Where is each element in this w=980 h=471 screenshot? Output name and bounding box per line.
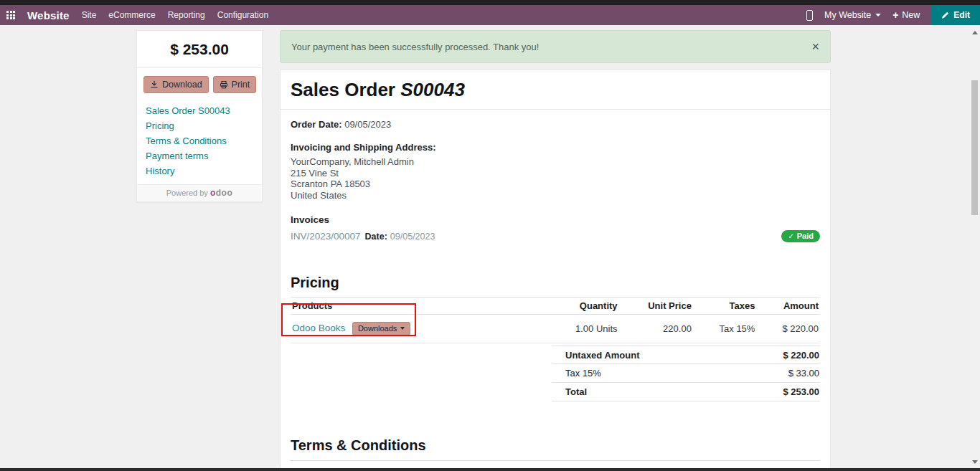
address-line: United States xyxy=(291,190,820,201)
alert-message: Your payment has been successfully proce… xyxy=(291,42,811,52)
sidebar-link-pricing[interactable]: Pricing xyxy=(146,118,262,133)
invoices-heading: Invoices xyxy=(291,214,820,225)
total-row: Total $ 253.00 xyxy=(552,383,820,401)
edit-button[interactable]: Edit xyxy=(931,5,980,25)
tax-value: $ 33.00 xyxy=(788,368,819,379)
col-quantity: Quantity xyxy=(534,298,618,315)
untaxed-amount-value: $ 220.00 xyxy=(783,350,819,361)
website-switcher-label: My Website xyxy=(824,10,871,20)
website-switcher[interactable]: My Website xyxy=(824,10,881,20)
totals-block: Untaxed Amount $ 220.00 Tax 15% $ 33.00 … xyxy=(552,346,820,401)
col-amount: Amount xyxy=(756,298,820,315)
address-line: 215 Vine St xyxy=(291,168,820,179)
order-total-amount: $ 253.00 xyxy=(137,31,262,68)
nav-item-reporting[interactable]: Reporting xyxy=(168,10,205,20)
chevron-down-icon xyxy=(875,14,881,16)
col-taxes: Taxes xyxy=(693,298,757,315)
pricing-table: Products Quantity Unit Price Taxes Amoun… xyxy=(291,297,820,343)
print-button[interactable]: Print xyxy=(213,76,257,93)
sidebar-link-history[interactable]: History xyxy=(146,163,262,179)
window-top-edge xyxy=(0,0,980,5)
tax-row: Tax 15% $ 33.00 xyxy=(552,364,820,383)
payment-success-alert: Your payment has been successfully proce… xyxy=(280,30,831,63)
total-value: $ 253.00 xyxy=(783,386,819,397)
sales-order-document: Sales Order S00043 Order Date: 09/05/202… xyxy=(280,70,831,471)
downloads-dropdown-button[interactable]: Downloads xyxy=(352,322,410,336)
table-header-row: Products Quantity Unit Price Taxes Amoun… xyxy=(291,298,820,315)
untaxed-amount-row: Untaxed Amount $ 220.00 xyxy=(552,346,820,364)
downloads-button-label: Downloads xyxy=(358,324,397,333)
invoice-link[interactable]: INV/2023/00007 xyxy=(291,231,361,242)
address-block: YourCompany, Mitchell Admin 215 Vine St … xyxy=(291,156,820,201)
sidebar-link-payment-terms[interactable]: Payment terms xyxy=(146,148,262,163)
close-icon[interactable]: × xyxy=(811,40,819,53)
nav-item-ecommerce[interactable]: eCommerce xyxy=(108,10,155,20)
sidebar-link-sales-order[interactable]: Sales Order S00043 xyxy=(146,103,262,118)
paid-badge-label: Paid xyxy=(797,232,814,240)
brand-website[interactable]: Website xyxy=(27,9,70,22)
new-button[interactable]: + New xyxy=(892,10,920,20)
address-line: Scranton PA 18503 xyxy=(291,179,820,190)
paid-status-badge: ✓ Paid xyxy=(781,230,820,242)
download-button[interactable]: Download xyxy=(143,76,209,93)
cell-amount: $ 220.00 xyxy=(756,315,820,343)
order-date-value: 09/05/2023 xyxy=(344,119,391,130)
tax-label: Tax 15% xyxy=(565,368,601,379)
plus-icon: + xyxy=(892,10,898,20)
new-button-label: New xyxy=(902,10,920,20)
pencil-icon xyxy=(941,11,949,19)
scroll-down-icon[interactable] xyxy=(972,460,978,464)
caret-down-icon xyxy=(400,327,405,330)
cell-unit-price: 220.00 xyxy=(619,315,693,343)
document-header: Sales Order S00043 xyxy=(281,70,830,110)
total-label: Total xyxy=(565,386,587,397)
address-line: YourCompany, Mitchell Admin xyxy=(291,156,820,168)
address-label: Invoicing and Shipping Address: xyxy=(291,142,820,153)
mobile-preview-icon[interactable] xyxy=(806,10,813,21)
order-reference: S00043 xyxy=(400,79,465,100)
edit-button-label: Edit xyxy=(953,10,970,20)
window-bottom-edge xyxy=(0,468,980,471)
powered-by-footer: Powered by odoo xyxy=(137,184,262,201)
powered-by-label: Powered by xyxy=(166,189,208,197)
apps-grid-icon[interactable] xyxy=(6,11,15,19)
download-button-label: Download xyxy=(162,80,202,90)
odoo-logo[interactable]: odoo xyxy=(210,188,232,198)
order-summary-card: $ 253.00 Download Print Sales Order S000… xyxy=(136,30,263,202)
check-icon: ✓ xyxy=(788,232,793,240)
col-unit-price: Unit Price xyxy=(619,298,693,315)
cell-quantity: 1.00 Units xyxy=(534,315,618,343)
order-date-label: Order Date: xyxy=(291,119,342,130)
untaxed-amount-label: Untaxed Amount xyxy=(565,350,640,361)
col-products: Products xyxy=(291,298,534,315)
pricing-section-heading: Pricing xyxy=(291,275,820,291)
terms-section-heading: Terms & Conditions xyxy=(291,437,820,461)
product-link[interactable]: Odoo Books xyxy=(292,323,345,333)
invoice-date-value: 09/05/2023 xyxy=(390,232,435,242)
table-row: Odoo Books Downloads 1.00 Units 220.00 T… xyxy=(291,315,820,343)
page-nav-links: Sales Order S00043 Pricing Terms & Condi… xyxy=(137,102,262,184)
nav-item-configuration[interactable]: Configuration xyxy=(217,10,268,20)
printer-icon xyxy=(220,80,228,89)
cell-taxes: Tax 15% xyxy=(693,315,757,343)
vertical-scrollbar[interactable] xyxy=(969,25,980,471)
invoice-row: INV/2023/00007 Date: 09/05/2023 ✓ Paid xyxy=(291,230,820,242)
main-navbar: Website Site eCommerce Reporting Configu… xyxy=(0,5,980,25)
page-title: Sales Order S00043 xyxy=(291,79,465,100)
scroll-up-icon[interactable] xyxy=(972,31,978,34)
download-icon xyxy=(150,80,159,89)
nav-item-site[interactable]: Site xyxy=(82,10,97,20)
print-button-label: Print xyxy=(232,80,250,90)
scrollbar-thumb[interactable] xyxy=(971,80,978,215)
invoice-date-label: Date: xyxy=(365,232,387,242)
sidebar-link-terms[interactable]: Terms & Conditions xyxy=(146,133,262,148)
order-date-row: Order Date: 09/05/2023 xyxy=(291,119,820,130)
